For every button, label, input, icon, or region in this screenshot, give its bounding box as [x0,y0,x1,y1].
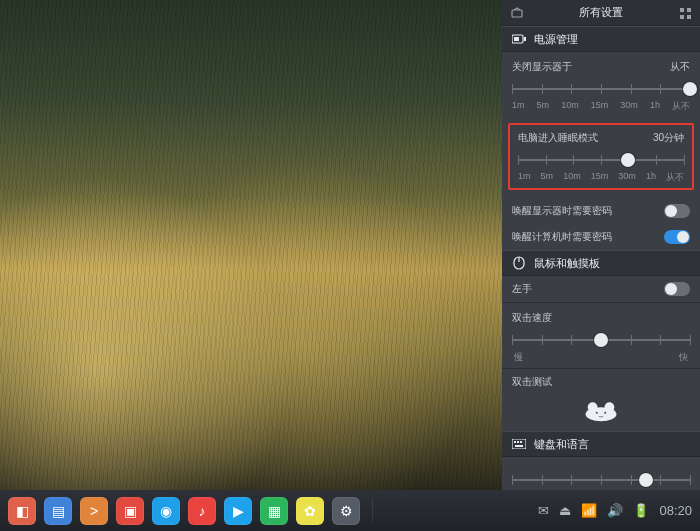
panel-body: 电源管理 关闭显示器于 从不 1m 5m 10m 15m 30m 1h [502,26,700,531]
section-power[interactable]: 电源管理 [502,26,700,52]
section-power-title: 电源管理 [534,32,578,47]
dock-launcher-icon[interactable]: ◧ [8,497,36,525]
svg-rect-1 [680,8,684,12]
dbl-fast-label: 快 [679,351,688,364]
wake-computer-row: 唤醒计算机时需要密码 [502,224,700,250]
tray-mail-icon[interactable]: ✉ [538,503,549,518]
panel-header: 所有设置 [502,0,700,26]
sleep-slider[interactable] [518,151,684,169]
section-mouse-title: 鼠标和触摸板 [534,256,600,271]
svg-point-11 [588,402,598,412]
desktop-wallpaper [0,0,502,490]
svg-rect-0 [512,10,522,17]
sleep-value: 30分钟 [653,131,684,145]
dock-media-icon[interactable]: ▶ [224,497,252,525]
dock-separator [372,499,373,523]
svg-rect-3 [680,15,684,19]
svg-point-13 [596,412,598,414]
svg-rect-18 [520,441,522,443]
dblclick-test-label: 双击测试 [512,375,552,389]
section-mouse[interactable]: 鼠标和触摸板 [502,250,700,276]
svg-rect-7 [514,37,519,41]
left-hand-label: 左手 [512,282,532,296]
tray-battery-icon[interactable]: 🔋 [633,503,649,518]
battery-icon [512,32,526,46]
sleep-highlight: 电脑进入睡眠模式 30分钟 1m 5m 10m 15m 30m 1h 从不 [508,123,694,190]
svg-rect-4 [687,15,691,19]
dblclick-speed-slider[interactable] [512,331,690,349]
section-keyboard-title: 键盘和语言 [534,437,589,452]
dock-image-icon[interactable]: ▦ [260,497,288,525]
keyboard-icon [512,437,526,451]
dbl-slow-label: 慢 [514,351,523,364]
wake-computer-label: 唤醒计算机时需要密码 [512,230,612,244]
section-keyboard[interactable]: 键盘和语言 [502,431,700,457]
dock-calendar-icon[interactable]: ✿ [296,497,324,525]
display-off-value: 从不 [670,60,690,74]
svg-point-14 [604,412,606,414]
mouse-icon [512,256,526,270]
tray-eject-icon[interactable]: ⏏ [559,503,571,518]
display-off-ticks: 1m 5m 10m 15m 30m 1h 从不 [512,100,690,113]
panel-title: 所有设置 [579,5,623,20]
wake-display-toggle[interactable] [664,204,690,218]
system-tray: ✉ ⏏ 📶 🔊 🔋 08:20 [538,503,692,518]
display-off-block: 关闭显示器于 从不 1m 5m 10m 15m 30m 1h 从不 [502,52,700,117]
wake-display-row: 唤醒显示器时需要密码 [502,198,700,224]
svg-rect-16 [514,441,516,443]
dblclick-speed-label: 双击速度 [512,311,552,325]
dock-store-icon[interactable]: ▣ [116,497,144,525]
dock-settings-icon[interactable]: ⚙ [332,497,360,525]
left-hand-row: 左手 [502,276,700,302]
sleep-label: 电脑进入睡眠模式 [518,131,598,145]
settings-panel: 所有设置 电源管理 关闭显示器于 从不 [502,0,700,531]
svg-rect-6 [524,37,526,41]
grid-icon[interactable] [672,0,698,26]
svg-rect-17 [517,441,519,443]
dock-music-icon[interactable]: ♪ [188,497,216,525]
wake-computer-toggle[interactable] [664,230,690,244]
back-icon[interactable] [504,0,530,26]
svg-rect-15 [512,439,526,449]
dock-files-icon[interactable]: ▤ [44,497,72,525]
left-hand-toggle[interactable] [664,282,690,296]
keyboard-slider[interactable] [512,471,690,489]
tray-wifi-icon[interactable]: 📶 [581,503,597,518]
dblclick-test-area[interactable] [502,391,700,431]
dock-terminal-icon[interactable]: > [80,497,108,525]
tray-volume-icon[interactable]: 🔊 [607,503,623,518]
wake-display-label: 唤醒显示器时需要密码 [512,204,612,218]
svg-rect-19 [515,445,523,447]
display-off-label: 关闭显示器于 [512,60,572,74]
dblclick-speed-block: 双击速度 慢 快 [502,303,700,368]
dock: ◧▤>▣◉♪▶▦✿⚙ ✉ ⏏ 📶 🔊 🔋 08:20 [0,490,700,531]
sleep-ticks: 1m 5m 10m 15m 30m 1h 从不 [518,171,684,184]
dock-browser-icon[interactable]: ◉ [152,497,180,525]
svg-point-12 [605,402,615,412]
tray-clock[interactable]: 08:20 [659,503,692,518]
svg-rect-2 [687,8,691,12]
display-off-slider[interactable] [512,80,690,98]
